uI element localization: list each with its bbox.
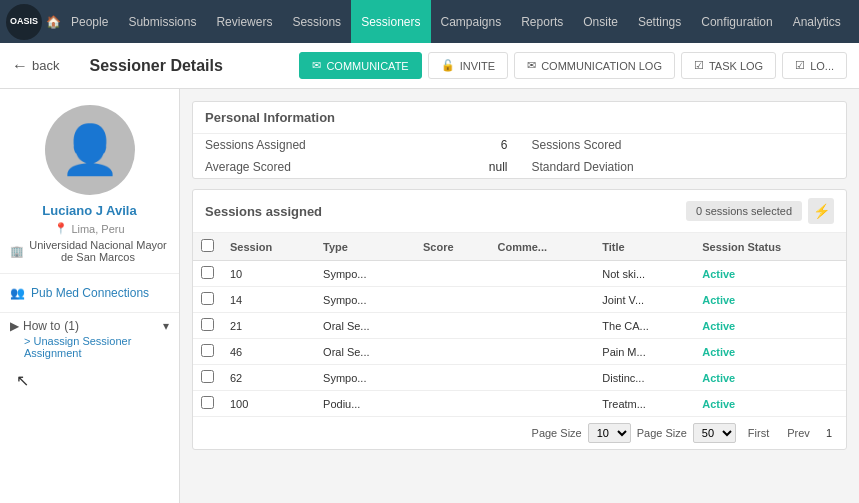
nav-item-campaigns[interactable]: Campaigns: [431, 0, 512, 43]
cell-comment: [490, 313, 595, 339]
col-status: Session Status: [694, 233, 846, 261]
table-row: 10 Sympo... Not ski... Active: [193, 261, 846, 287]
cell-type: Oral Se...: [315, 313, 415, 339]
cell-title: Joint V...: [594, 287, 694, 313]
cell-comment: [490, 339, 595, 365]
cell-score: [415, 365, 490, 391]
sessions-header: Sessions assigned 0 sessions selected ⚡: [193, 190, 846, 233]
row-checkbox[interactable]: [201, 292, 214, 305]
table-row: 62 Sympo... Distinc... Active: [193, 365, 846, 391]
unassign-link[interactable]: > Unassign Sessioner Assignment: [10, 333, 169, 361]
sessions-action-button[interactable]: ⚡: [808, 198, 834, 224]
select-all-header: [193, 233, 222, 261]
cell-comment: [490, 287, 595, 313]
sessions-scored-row: Sessions Scored: [520, 134, 847, 156]
home-nav-item[interactable]: 🏠: [46, 0, 61, 43]
page-size-select-2[interactable]: 50: [693, 423, 736, 443]
main-layout: 👤 Luciano J Avila 📍 Lima, Peru 🏢 Univers…: [0, 89, 859, 503]
cell-status: Active: [694, 339, 846, 365]
cell-title: The CA...: [594, 313, 694, 339]
cursor-indicator: ↖: [0, 367, 179, 390]
how-to-label: How to: [23, 319, 60, 333]
sidebar: 👤 Luciano J Avila 📍 Lima, Peru 🏢 Univers…: [0, 89, 180, 503]
how-to-group: ▶ How to (1) ▾ > Unassign Sessioner Assi…: [0, 313, 179, 367]
average-scored-value: null: [489, 160, 508, 174]
sub-nav-btn-lo[interactable]: ☑LO...: [782, 52, 847, 79]
play-icon: ▶: [10, 319, 19, 333]
user-avatar-icon: 👤: [60, 122, 120, 178]
cell-status: Active: [694, 313, 846, 339]
connections-section: 👥 Pub Med Connections: [0, 274, 179, 313]
cell-status: Active: [694, 365, 846, 391]
page-number: 1: [822, 425, 836, 441]
nav-item-onsite[interactable]: Onsite: [573, 0, 628, 43]
table-row: 100 Podiu... Treatm... Active: [193, 391, 846, 417]
cell-type: Podiu...: [315, 391, 415, 417]
nav-item-reviewers[interactable]: Reviewers: [206, 0, 282, 43]
table-row: 21 Oral Se... The CA... Active: [193, 313, 846, 339]
row-checkbox[interactable]: [201, 318, 214, 331]
sessions-assigned-value: 6: [501, 138, 508, 152]
col-comment: Comme...: [490, 233, 595, 261]
row-checkbox[interactable]: [201, 266, 214, 279]
row-checkbox[interactable]: [201, 344, 214, 357]
cell-session: 14: [222, 287, 315, 313]
row-checkbox[interactable]: [201, 396, 214, 409]
content-area: Personal Information Sessions Assigned 6…: [180, 89, 859, 503]
sub-nav-btn-communicationlog[interactable]: ✉COMMUNICATION LOG: [514, 52, 675, 79]
cell-type: Sympo...: [315, 261, 415, 287]
institution-icon: 🏢: [10, 245, 24, 258]
table-footer: Page Size 10 Page Size 50 First Prev 1: [193, 417, 846, 449]
nav-item-sessioners[interactable]: Sessioners: [351, 0, 430, 43]
average-scored-row: Average Scored null: [193, 156, 520, 178]
nav-item-configuration[interactable]: Configuration: [691, 0, 782, 43]
personal-info-title: Personal Information: [193, 102, 846, 134]
nav-item-people[interactable]: People: [61, 0, 118, 43]
cell-score: [415, 287, 490, 313]
user-location: 📍 Lima, Peru: [54, 222, 124, 235]
avatar: 👤: [45, 105, 135, 195]
prev-page-button[interactable]: Prev: [781, 425, 816, 441]
first-page-button[interactable]: First: [742, 425, 775, 441]
cell-type: Sympo...: [315, 365, 415, 391]
sub-nav-btn-tasklog[interactable]: ☑TASK LOG: [681, 52, 776, 79]
nav-item-submissions[interactable]: Submissions: [118, 0, 206, 43]
page-size-label-1: Page Size: [532, 427, 582, 439]
chevron-down-icon: ▾: [163, 319, 169, 333]
back-button[interactable]: ← back: [12, 57, 69, 75]
cell-type: Sympo...: [315, 287, 415, 313]
sessions-selected-badge: 0 sessions selected: [686, 201, 802, 221]
nav-item-sessions[interactable]: Sessions: [282, 0, 351, 43]
pub-med-connections-link[interactable]: 👥 Pub Med Connections: [10, 282, 169, 304]
cell-score: [415, 339, 490, 365]
col-session: Session: [222, 233, 315, 261]
cell-session: 21: [222, 313, 315, 339]
nav-item-ope[interactable]: Ope...: [851, 0, 859, 43]
sessions-table: Session Type Score Comme... Title Sessio…: [193, 233, 846, 417]
nav-item-analytics[interactable]: Analytics: [783, 0, 851, 43]
table-header-row: Session Type Score Comme... Title Sessio…: [193, 233, 846, 261]
cell-title: Distinc...: [594, 365, 694, 391]
cell-type: Oral Se...: [315, 339, 415, 365]
table-row: 14 Sympo... Joint V... Active: [193, 287, 846, 313]
cell-comment: [490, 365, 595, 391]
page-size-select-1[interactable]: 10: [588, 423, 631, 443]
cell-status: Active: [694, 391, 846, 417]
row-checkbox[interactable]: [201, 370, 214, 383]
sub-nav-btn-invite[interactable]: 🔓INVITE: [428, 52, 508, 79]
sessions-scored-label: Sessions Scored: [532, 138, 622, 152]
people-icon: 👥: [10, 286, 25, 300]
personal-info-card: Personal Information Sessions Assigned 6…: [192, 101, 847, 179]
average-scored-label: Average Scored: [205, 160, 291, 174]
how-to-header[interactable]: ▶ How to (1) ▾: [10, 319, 169, 333]
select-all-checkbox[interactable]: [201, 239, 214, 252]
page-size-label-2: Page Size: [637, 427, 687, 439]
top-nav: OASIS 🏠 PeopleSubmissionsReviewersSessio…: [0, 0, 859, 43]
sessions-actions: 0 sessions selected ⚡: [686, 198, 834, 224]
sub-nav-btn-communicate[interactable]: ✉COMMUNICATE: [299, 52, 421, 79]
back-label: back: [32, 58, 59, 73]
cell-title: Treatm...: [594, 391, 694, 417]
nav-item-settings[interactable]: Settings: [628, 0, 691, 43]
how-to-count: (1): [64, 319, 79, 333]
nav-item-reports[interactable]: Reports: [511, 0, 573, 43]
